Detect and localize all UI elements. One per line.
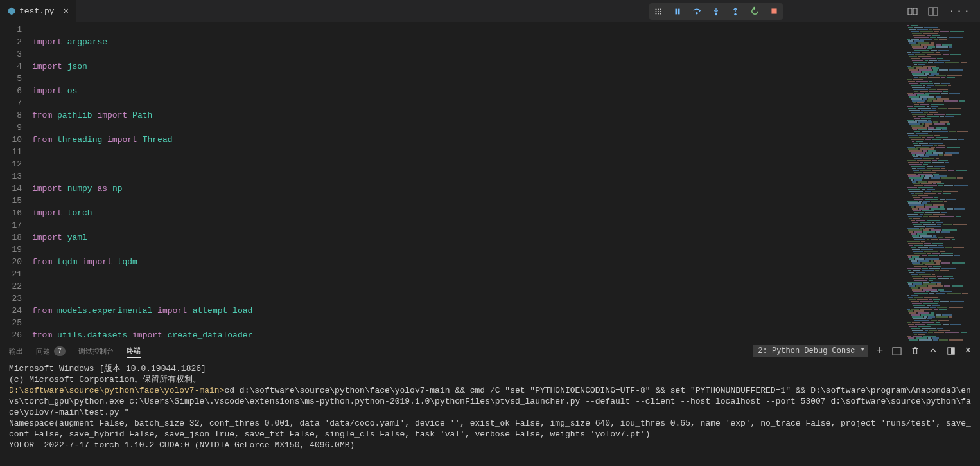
panel-tabs: 输出 问题7 调试控制台 终端 2: Python Debug Consc + … bbox=[0, 341, 980, 361]
svg-rect-16 bbox=[771, 8, 776, 13]
tab-output[interactable]: 输出 bbox=[9, 346, 23, 356]
trash-icon[interactable] bbox=[911, 346, 920, 355]
chevron-up-icon[interactable] bbox=[929, 346, 938, 355]
svg-rect-24 bbox=[951, 348, 954, 355]
svg-point-13 bbox=[715, 13, 717, 15]
svg-point-1 bbox=[658, 8, 659, 10]
svg-point-7 bbox=[658, 13, 659, 14]
editor-actions: ··· bbox=[898, 6, 980, 17]
split-terminal-icon[interactable] bbox=[892, 346, 902, 356]
svg-point-0 bbox=[656, 8, 657, 10]
close-icon[interactable]: × bbox=[64, 6, 69, 17]
svg-point-5 bbox=[660, 10, 661, 12]
split-editor-icon[interactable] bbox=[928, 6, 938, 17]
step-over-icon[interactable] bbox=[690, 5, 703, 18]
svg-point-6 bbox=[656, 13, 657, 14]
tab-bar: ⬢ test.py × ··· bbox=[0, 0, 980, 22]
problems-badge: 7 bbox=[54, 346, 66, 356]
pause-icon[interactable] bbox=[671, 5, 684, 18]
code-editor[interactable]: import argparse import json import os fr… bbox=[32, 22, 903, 341]
svg-rect-17 bbox=[908, 8, 912, 15]
step-out-icon[interactable] bbox=[729, 5, 742, 18]
python-file-icon: ⬢ bbox=[8, 6, 15, 17]
svg-rect-18 bbox=[913, 8, 917, 15]
svg-point-11 bbox=[696, 12, 698, 14]
drag-handle-icon[interactable] bbox=[652, 5, 665, 18]
restart-icon[interactable] bbox=[748, 5, 761, 18]
tab-debug-console[interactable]: 调试控制台 bbox=[78, 346, 114, 356]
more-icon[interactable]: ··· bbox=[949, 6, 971, 17]
close-panel-icon[interactable]: × bbox=[965, 345, 971, 357]
tab-problems[interactable]: 问题7 bbox=[36, 346, 66, 356]
editor-tab[interactable]: ⬢ test.py × bbox=[0, 0, 76, 22]
terminal-selector[interactable]: 2: Python Debug Consc bbox=[753, 345, 867, 357]
bottom-panel: 输出 问题7 调试控制台 终端 2: Python Debug Consc + … bbox=[0, 341, 980, 466]
debug-toolbar bbox=[649, 3, 783, 20]
terminal-output[interactable]: Microsoft Windows [版本 10.0.19044.1826](c… bbox=[0, 361, 980, 466]
svg-rect-9 bbox=[676, 8, 678, 14]
stop-icon[interactable] bbox=[767, 5, 780, 18]
editor-body: 1234567891011121314151617181920212223242… bbox=[0, 22, 980, 341]
svg-point-4 bbox=[658, 10, 659, 12]
svg-point-3 bbox=[656, 10, 657, 12]
tab-filename: test.py bbox=[19, 6, 55, 16]
svg-point-15 bbox=[734, 13, 737, 15]
svg-rect-10 bbox=[678, 8, 680, 14]
minimap[interactable] bbox=[903, 22, 980, 341]
line-gutter: 1234567891011121314151617181920212223242… bbox=[0, 22, 32, 341]
new-terminal-icon[interactable]: + bbox=[877, 345, 884, 357]
svg-point-2 bbox=[660, 8, 661, 10]
svg-point-8 bbox=[660, 13, 661, 14]
compare-icon[interactable] bbox=[907, 6, 918, 17]
maximize-panel-icon[interactable] bbox=[947, 346, 956, 355]
step-into-icon[interactable] bbox=[710, 5, 722, 18]
tab-terminal[interactable]: 终端 bbox=[127, 346, 141, 358]
